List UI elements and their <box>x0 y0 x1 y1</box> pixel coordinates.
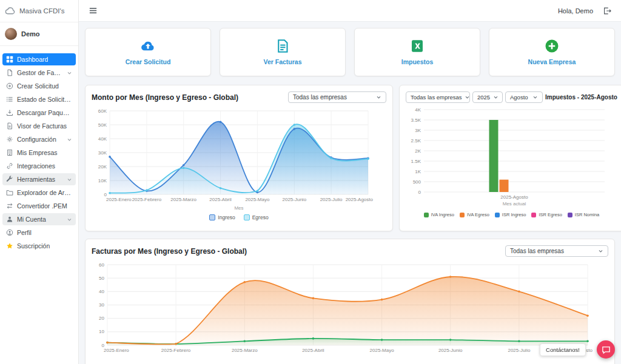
impuestos-month-select[interactable]: Agosto <box>505 91 543 103</box>
action-card-ver-facturas[interactable]: Ver Facturas <box>220 28 346 76</box>
sidebar-item-integraciones[interactable]: Integraciones <box>2 160 76 172</box>
sidebar-item-label: Herramientas <box>17 176 55 183</box>
legend-item-ingreso[interactable]: Ingreso <box>209 214 235 220</box>
monto-panel: Monto por Mes (Ingreso y Egreso - Global… <box>85 85 393 231</box>
legend-label: IVA Ingreso <box>431 212 454 217</box>
user-name: Demo <box>21 30 40 38</box>
sidebar-item-herramientas[interactable]: Herramientas <box>2 173 76 185</box>
legend-label: IVA Egreso <box>467 212 489 217</box>
sidebar-item-label: Perfil <box>17 229 32 236</box>
sidebar-item-label: Configuración <box>17 136 56 143</box>
sidebar-item-convertidor-pem[interactable]: Convertidor .PEM <box>2 200 76 212</box>
sidebar-item-label: Mis Empresas <box>17 149 58 156</box>
excel-icon <box>410 39 425 53</box>
chat-icon <box>602 345 611 354</box>
logout-icon[interactable] <box>603 7 611 15</box>
gears-icon <box>6 136 13 143</box>
chevron-down-icon <box>67 70 72 76</box>
select-value: Agosto <box>510 94 528 101</box>
svg-text:2025-Julio: 2025-Julio <box>508 348 530 353</box>
star-icon <box>6 242 13 250</box>
download-icon <box>6 109 13 116</box>
legend-label: ISR Ingreso <box>502 212 526 217</box>
chevron-down-icon <box>376 94 381 100</box>
legend-swatch <box>209 214 215 220</box>
svg-text:40: 40 <box>99 289 104 294</box>
sidebar-item-suscripci-n[interactable]: Suscripción <box>2 240 76 252</box>
select-value: 2025 <box>477 94 490 101</box>
sidebar-item-configuraci-n[interactable]: Configuración <box>2 133 76 145</box>
hamburger-menu-button[interactable] <box>89 6 98 15</box>
sidebar-item-explorador-de-archivos[interactable]: Explorador de Archivos <box>2 187 76 199</box>
sidebar-item-gestor-de-facturas[interactable]: Gestor de Facturas <box>2 67 76 79</box>
svg-text:0: 0 <box>418 190 421 195</box>
svg-text:2K: 2K <box>415 148 421 154</box>
legend-item-egreso[interactable]: Egreso <box>244 214 269 220</box>
user-greeting[interactable]: Hola, Demo <box>558 7 593 15</box>
wrench-icon <box>6 176 13 183</box>
sidebar-item-mis-empresas[interactable]: Mis Empresas <box>2 147 76 159</box>
sidebar-item-perfil[interactable]: Perfil <box>2 227 76 239</box>
impuestos-chart-canvas: 05001K1.5K2K2.5K3K3.5K4K2025-AgostoMes a… <box>406 106 617 210</box>
svg-text:3K: 3K <box>415 128 421 133</box>
sidebar-item-descargar-paquetes[interactable]: Descargar Paquetes <box>2 107 76 119</box>
charts-row: Monto por Mes (Ingreso y Egreso - Global… <box>85 85 615 231</box>
sidebar-item-label: Dashboard <box>17 56 48 63</box>
svg-text:2025-Agosto: 2025-Agosto <box>500 194 528 200</box>
action-card-label: Crear Solicitud <box>126 58 171 65</box>
impuestos-year-select[interactable]: 2025 <box>472 91 503 103</box>
sidebar-item-estado-de-solicitudes[interactable]: Estado de Solicitudes <box>2 93 76 105</box>
dashboard-icon <box>6 56 13 63</box>
sidebar-item-label: Suscripción <box>17 242 50 250</box>
invoices-icon <box>6 69 13 76</box>
action-card-impuestos[interactable]: Impuestos <box>354 28 480 76</box>
svg-text:20K: 20K <box>98 164 107 170</box>
plus-circle-icon <box>6 82 13 90</box>
svg-text:30K: 30K <box>98 150 107 156</box>
sidebar-item-label: Convertidor .PEM <box>17 202 67 210</box>
legend-item-iva-egreso[interactable]: IVA Egreso <box>460 212 489 217</box>
main-area: Hola, Demo Crear SolicitudVer FacturasIm… <box>79 0 621 364</box>
facturas-empresa-select[interactable]: Todas las empresas <box>505 245 608 257</box>
sidebar-user[interactable]: Demo <box>0 22 78 46</box>
chat-fab-button[interactable] <box>597 340 615 359</box>
impuestos-empresa-select[interactable]: Todas las empresas <box>406 91 470 103</box>
monto-legend: IngresoEgreso <box>92 214 386 220</box>
legend-label: ISR Nomina <box>575 212 599 217</box>
action-card-nueva-empresa[interactable]: Nueva Empresa <box>489 28 615 76</box>
chevron-down-icon <box>67 137 72 142</box>
sidebar-item-label: Integraciones <box>17 162 55 170</box>
plus-circle-solid-icon <box>545 39 559 53</box>
svg-text:1K: 1K <box>415 169 421 174</box>
brand[interactable]: Masiva CFDI's <box>0 0 78 22</box>
legend-swatch <box>460 213 465 217</box>
svg-text:1.5K: 1.5K <box>411 159 421 164</box>
monto-title: Monto por Mes (Ingreso y Egreso - Global… <box>92 93 238 102</box>
sidebar-item-mi-cuenta[interactable]: Mi Cuenta <box>2 213 76 225</box>
svg-text:60K: 60K <box>98 108 107 114</box>
action-card-crear-solicitud[interactable]: Crear Solicitud <box>85 28 211 76</box>
monto-chart-canvas: 010K20K30K40K50K60K2025-Enero2025-Febrer… <box>92 106 386 213</box>
receipt-icon <box>275 39 290 53</box>
legend-item-isr-nomina[interactable]: ISR Nomina <box>568 212 599 217</box>
topbar: Hola, Demo <box>79 0 621 22</box>
impuestos-legend: IVA IngresoIVA EgresoISR IngresoISR Egre… <box>406 212 617 217</box>
impuestos-title: Impuestos - 2025-Agosto <box>545 94 617 101</box>
legend-item-isr-egreso[interactable]: ISR Egreso <box>531 212 562 217</box>
svg-text:2025-Enero: 2025-Enero <box>106 197 132 202</box>
svg-text:2025-Mayo: 2025-Mayo <box>245 197 270 202</box>
legend-label: Egreso <box>252 214 269 220</box>
sidebar-item-crear-solicitud[interactable]: Crear Solicitud <box>2 80 76 92</box>
legend-swatch <box>568 213 572 217</box>
select-value: Todas las empresas <box>510 248 564 254</box>
svg-text:2025-Febrero: 2025-Febrero <box>132 197 162 202</box>
legend-item-iva-ingreso[interactable]: IVA Ingreso <box>424 212 454 217</box>
sidebar-item-label: Explorador de Archivos <box>17 189 72 196</box>
legend-item-isr-ingreso[interactable]: ISR Ingreso <box>495 212 526 217</box>
sidebar-item-visor-de-facturas[interactable]: Visor de Facturas <box>2 120 76 132</box>
monto-empresa-select[interactable]: Todas las empresas <box>288 91 386 103</box>
sidebar-item-dashboard[interactable]: Dashboard <box>2 53 76 65</box>
svg-text:Mes: Mes <box>234 205 243 211</box>
sidebar-item-label: Descargar Paquetes <box>17 109 72 116</box>
contact-button[interactable]: Contáctanos! <box>540 343 586 356</box>
